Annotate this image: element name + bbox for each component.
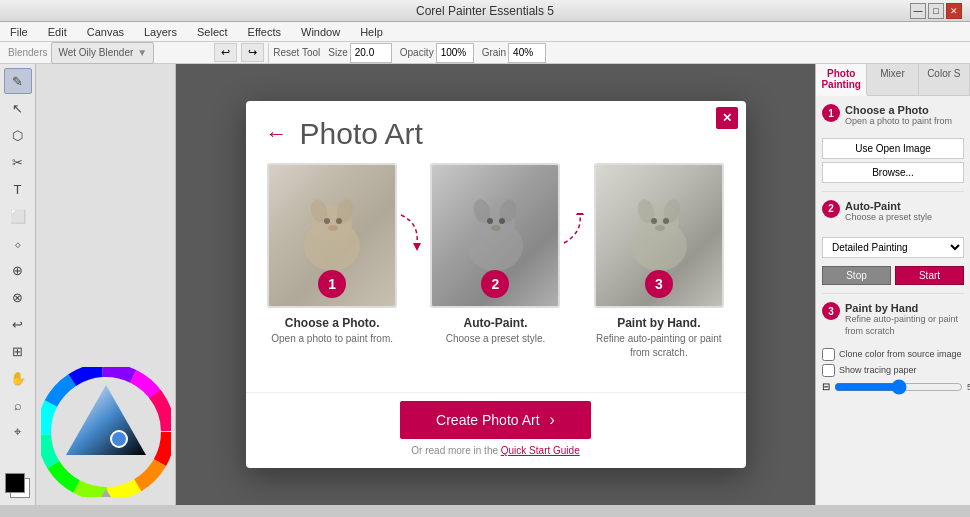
svg-point-29 xyxy=(499,218,505,224)
tool-crop[interactable]: ✂ xyxy=(4,149,32,175)
close-button[interactable]: ✕ xyxy=(946,3,962,19)
right-step-content-1: Choose a Photo Open a photo to paint fro… xyxy=(845,104,964,128)
size-input[interactable] xyxy=(350,43,392,63)
step-card-1: 1 Choose a Photo. Open a photo to paint … xyxy=(266,163,399,346)
size-label: Size xyxy=(328,47,347,58)
tool-lasso[interactable]: ⬦ xyxy=(4,230,32,256)
tool-target[interactable]: ⌖ xyxy=(4,419,32,445)
dialog-header: ← Photo Art xyxy=(246,101,746,163)
step-badge-3: 3 xyxy=(645,270,673,298)
right-step-desc-2: Choose a preset style xyxy=(845,212,964,224)
canvas-area: ✕ ← Photo Art xyxy=(176,64,815,505)
right-tabs: Photo Painting Mixer Color S xyxy=(816,64,970,96)
dialog-close-button[interactable]: ✕ xyxy=(716,107,738,129)
right-step-circle-3: 3 xyxy=(822,302,840,320)
browse-button[interactable]: Browse... xyxy=(822,162,964,183)
tab-mixer[interactable]: Mixer xyxy=(867,64,918,95)
blender-selector[interactable]: Wet Oily Blender ▼ xyxy=(51,42,154,64)
stop-button[interactable]: Stop xyxy=(822,266,891,285)
maximize-button[interactable]: □ xyxy=(928,3,944,19)
svg-point-37 xyxy=(663,218,669,224)
clone-color-row: Clone color from source image xyxy=(822,348,964,361)
step-label-desc-2: Choose a preset style. xyxy=(446,332,546,346)
menu-effects[interactable]: Effects xyxy=(242,24,287,40)
step-card-2: 2 Auto-Paint. Choose a preset style. xyxy=(429,163,562,346)
svg-point-13 xyxy=(111,431,127,447)
dialog-title: Photo Art xyxy=(300,117,423,151)
quick-start-text: Or read more in the Quick Start Guide xyxy=(266,445,726,456)
menu-bar: File Edit Canvas Layers Select Effects W… xyxy=(0,22,970,42)
tool-rect[interactable]: ⬜ xyxy=(4,203,32,229)
opacity-input[interactable] xyxy=(436,43,474,63)
menu-window[interactable]: Window xyxy=(295,24,346,40)
menu-canvas[interactable]: Canvas xyxy=(81,24,130,40)
tool-remove[interactable]: ⊗ xyxy=(4,284,32,310)
blender-value: Wet Oily Blender xyxy=(58,47,133,58)
tab-photo-painting[interactable]: Photo Painting xyxy=(816,64,867,96)
right-step-2: 2 Auto-Paint Choose a preset style xyxy=(822,200,964,224)
step-label-desc-3: Refine auto-painting or paint from scrat… xyxy=(592,332,725,360)
bg-color-swatch[interactable] xyxy=(5,473,31,499)
dialog: ✕ ← Photo Art xyxy=(246,101,746,468)
step-label-title-2: Auto-Paint. xyxy=(463,316,527,330)
opacity-slider-row: ⊟ 50% xyxy=(822,381,964,393)
dialog-body: 1 Choose a Photo. Open a photo to paint … xyxy=(246,163,746,392)
tool-text[interactable]: T xyxy=(4,176,32,202)
quick-start-link[interactable]: Quick Start Guide xyxy=(501,445,580,456)
clone-color-checkbox[interactable] xyxy=(822,348,835,361)
steps-row: 1 Choose a Photo. Open a photo to paint … xyxy=(266,163,726,360)
redo-button[interactable]: ↪ xyxy=(241,43,264,62)
start-button[interactable]: Start xyxy=(895,266,964,285)
tool-transform[interactable]: ↩ xyxy=(4,311,32,337)
minimize-button[interactable]: — xyxy=(910,3,926,19)
right-step-desc-3: Refine auto-painting or paint from scrat… xyxy=(845,314,964,337)
step-badge-2: 2 xyxy=(481,270,509,298)
step-label-title-3: Paint by Hand. xyxy=(617,316,700,330)
divider-1 xyxy=(822,191,964,192)
right-step-3: 3 Paint by Hand Refine auto-painting or … xyxy=(822,302,964,337)
use-open-image-button[interactable]: Use Open Image xyxy=(822,138,964,159)
menu-help[interactable]: Help xyxy=(354,24,389,40)
opacity-slider[interactable] xyxy=(834,381,963,393)
svg-point-28 xyxy=(487,218,493,224)
tool-hand[interactable]: ✋ xyxy=(4,365,32,391)
tool-shape[interactable]: ⬡ xyxy=(4,122,32,148)
step-image-1: 1 xyxy=(267,163,397,308)
tool-select[interactable]: ↖ xyxy=(4,95,32,121)
menu-edit[interactable]: Edit xyxy=(42,24,73,40)
grain-input[interactable] xyxy=(508,43,546,63)
reset-tool-label: Reset Tool xyxy=(273,47,320,58)
tab-color-s[interactable]: Color S xyxy=(919,64,970,95)
menu-file[interactable]: File xyxy=(4,24,34,40)
tool-zoom[interactable]: ⌕ xyxy=(4,392,32,418)
right-step-1: 1 Choose a Photo Open a photo to paint f… xyxy=(822,104,964,128)
svg-point-22 xyxy=(328,225,338,231)
blender-section: Blenders Wet Oily Blender ▼ ↩ ↪ Reset To… xyxy=(0,42,970,64)
tools-panel: ✎ ↖ ⬡ ✂ T ⬜ ⬦ ⊕ ⊗ ↩ ⊞ ✋ ⌕ ⌖ xyxy=(0,64,36,505)
right-panel: Photo Painting Mixer Color S 1 Choose a … xyxy=(815,64,970,505)
tracing-paper-label: Show tracing paper xyxy=(839,365,917,375)
tool-brush[interactable]: ✎ xyxy=(4,68,32,94)
dialog-back-button[interactable]: ← xyxy=(266,123,288,145)
app-body: ✎ ↖ ⬡ ✂ T ⬜ ⬦ ⊕ ⊗ ↩ ⊞ ✋ ⌕ ⌖ xyxy=(0,64,970,505)
tool-add[interactable]: ⊕ xyxy=(4,257,32,283)
tools-top: ✎ ↖ ⬡ ✂ T ⬜ ⬦ ⊕ ⊗ ↩ ⊞ ✋ ⌕ ⌖ xyxy=(4,64,32,473)
window-title: Corel Painter Essentials 5 xyxy=(416,4,554,18)
right-step-circle-1: 1 xyxy=(822,104,840,122)
dog-illustration-3 xyxy=(619,191,699,281)
right-step-circle-2: 2 xyxy=(822,200,840,218)
right-step-content-2: Auto-Paint Choose a preset style xyxy=(845,200,964,224)
tracing-paper-checkbox[interactable] xyxy=(822,364,835,377)
step-card-3: 3 Paint by Hand. Refine auto-painting or… xyxy=(592,163,725,360)
undo-button[interactable]: ↩ xyxy=(214,43,237,62)
style-dropdown[interactable]: Detailed Painting xyxy=(822,237,964,258)
stop-start-row: Stop Start xyxy=(822,266,964,285)
opacity-label: Opacity xyxy=(400,47,434,58)
color-wheel[interactable] xyxy=(41,367,171,497)
blender-label: Blenders xyxy=(8,47,47,58)
grain-label: Grain xyxy=(482,47,506,58)
tool-grid[interactable]: ⊞ xyxy=(4,338,32,364)
create-photo-art-button[interactable]: Create Photo Art › xyxy=(400,401,591,439)
menu-layers[interactable]: Layers xyxy=(138,24,183,40)
menu-select[interactable]: Select xyxy=(191,24,234,40)
